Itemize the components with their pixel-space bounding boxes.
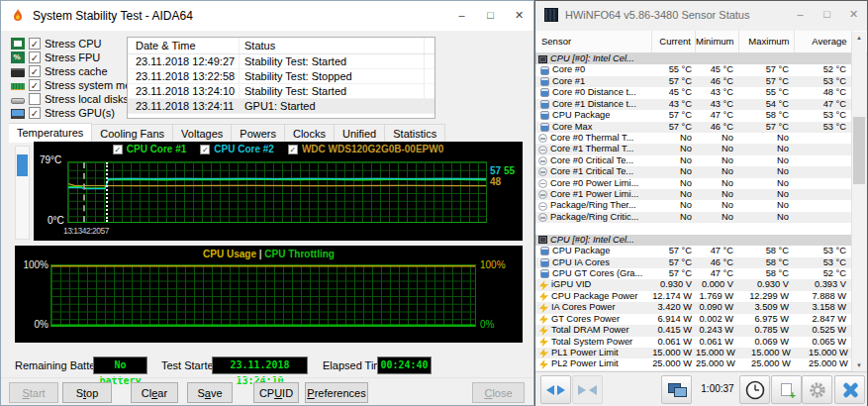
arrows-in-icon: [578, 385, 597, 395]
sensor-row[interactable]: GT Cores Power 6.914 W 0.002 W 6.975 W 2…: [535, 314, 851, 325]
sensor-row[interactable]: Package/Ring Critic... No No No: [535, 212, 851, 223]
column-maximum[interactable]: Maximum: [739, 31, 795, 52]
column-minimum[interactable]: Minimum: [696, 31, 739, 52]
legend-checkbox[interactable]: [113, 145, 123, 154]
sensor-row[interactable]: PL1 Power Limit 15.000 W 15.000 W 15.000…: [535, 348, 851, 358]
no-status-icon: [538, 202, 547, 211]
event-log-header: Date & Time Status: [128, 38, 434, 54]
sensor-row[interactable]: Core #0 Thermal T... No No No: [535, 133, 851, 144]
legend-checkbox[interactable]: [288, 145, 298, 154]
tab-clocks[interactable]: Clocks: [285, 124, 335, 143]
preferences-button[interactable]: Preferences: [305, 382, 368, 403]
sensor-row[interactable]: Core #0 Power Limi... No No No: [535, 178, 851, 189]
usage-left-max-label: 100%: [19, 259, 48, 270]
tab-unified[interactable]: Unified: [335, 124, 385, 143]
usage-left-min-label: 0%: [19, 319, 48, 330]
save-button[interactable]: Save: [187, 382, 233, 403]
legend-cpu-core-1[interactable]: CPU Core #1: [113, 144, 187, 154]
checkbox[interactable]: [29, 65, 41, 77]
sensor-row[interactable]: Total DRAM Power 0.415 W 0.243 W 0.785 W…: [535, 325, 851, 336]
sensor-row[interactable]: Core #1 57 °C 46 °C 57 °C 53 °C: [535, 76, 851, 87]
cpu-icon: [11, 38, 25, 50]
settings-button[interactable]: [802, 375, 832, 404]
column-average[interactable]: Average: [795, 31, 852, 52]
legend-checkbox[interactable]: [200, 145, 210, 154]
sensor-row[interactable]: iGPU VID 0.930 V 0.000 V 0.930 V 0.393 V: [535, 279, 851, 290]
tab-powers[interactable]: Powers: [232, 124, 285, 143]
stop-button[interactable]: Stop: [62, 382, 112, 403]
remote-monitoring-button[interactable]: [661, 375, 692, 404]
maximize-button[interactable]: □: [476, 1, 505, 30]
minimize-button[interactable]: –: [447, 1, 476, 30]
sensor-row[interactable]: IA Cores Power 3.420 W 0.090 W 3.509 W 3…: [535, 302, 851, 313]
sensor-row[interactable]: Core #0 Critical Te... No No No: [535, 155, 851, 166]
chart-zoom-slider[interactable]: [15, 146, 30, 240]
x-axis-time-label: 13:1342:2057: [63, 226, 109, 236]
legend-label: CPU Core #2: [214, 144, 274, 154]
tab-temperatures[interactable]: Temperatures: [9, 123, 92, 143]
sensor-row[interactable]: Core Max 57 °C 46 °C 57 °C 53 °C: [535, 122, 851, 133]
sensor-row[interactable]: Core #1 Critical Te... No No No: [535, 166, 851, 177]
log-row[interactable]: 23.11.2018 12:49:27 Stability Test: Star…: [128, 54, 434, 69]
start-button[interactable]: Start: [9, 382, 58, 403]
column-status[interactable]: Status: [239, 38, 424, 53]
scrollbar[interactable]: ▲ ▼: [851, 32, 866, 371]
legend-cpu-core-2[interactable]: CPU Core #2: [200, 144, 274, 154]
legend-label: WDC WDS120G2G0B-00EPW0: [302, 144, 443, 154]
blank-row[interactable]: [535, 223, 851, 234]
sensor-row[interactable]: PL2 Power Limit 25.000 W 25.000 W 25.000…: [535, 358, 851, 369]
sensor-row[interactable]: CPU Package 57 °C 47 °C 58 °C 53 °C: [535, 110, 851, 121]
maximize-button[interactable]: □: [814, 1, 840, 28]
log-row[interactable]: 23.11.2018 13:24:11 GPU1: Started: [128, 99, 434, 114]
expand-arrows-button[interactable]: [540, 375, 571, 404]
close-icon[interactable]: ✕: [505, 1, 533, 30]
sensor-row[interactable]: Core #1 Thermal T... No No No: [535, 144, 851, 154]
checkbox[interactable]: [29, 93, 41, 105]
column-sensor[interactable]: Sensor: [535, 31, 652, 52]
sensor-group-row[interactable]: CPU [#0]: Intel Cel...: [535, 53, 851, 64]
sensor-row[interactable]: Core #1 Power Limi... No No No: [535, 189, 851, 200]
current-temperature-values: 57 5548: [490, 165, 515, 187]
sensor-row[interactable]: Total System Power 0.061 W 0.061 W 0.069…: [535, 337, 851, 348]
sensor-row[interactable]: CPU GT Cores (Gra... 57 °C 47 °C 58 °C 5…: [535, 268, 851, 279]
report-button[interactable]: [771, 375, 802, 404]
sensor-row[interactable]: CPU IA Cores 57 °C 46 °C 58 °C 53 °C: [535, 257, 851, 268]
power-icon: [539, 292, 548, 302]
close-icon[interactable]: ✕: [840, 1, 867, 28]
sensor-row[interactable]: Core #1 Distance t... 43 °C 43 °C 54 °C …: [535, 99, 851, 110]
checkbox[interactable]: [29, 79, 41, 91]
collapse-arrows-button[interactable]: [572, 375, 603, 404]
column-date-time[interactable]: Date & Time: [128, 38, 239, 53]
cpu-chip-icon: [538, 236, 547, 244]
arrows-out-icon: [546, 385, 565, 395]
sensor-row[interactable]: CPU Package Power 12.174 W 1.769 W 12.29…: [535, 291, 851, 302]
checkbox[interactable]: [29, 51, 41, 63]
scroll-up-icon[interactable]: ▲: [852, 35, 866, 41]
slider-thumb[interactable]: [17, 154, 28, 176]
sensor-row[interactable]: Package/Ring Ther... No No No: [535, 200, 851, 211]
sensor-row[interactable]: Core #0 55 °C 45 °C 57 °C 52 °C: [535, 64, 851, 75]
tab-statistics[interactable]: Statistics: [385, 124, 445, 143]
sensor-row[interactable]: Core #0 Distance t... 45 °C 43 °C 55 °C …: [535, 87, 851, 98]
column-current[interactable]: Current: [652, 31, 696, 52]
cpuid-button[interactable]: CPUID: [253, 382, 299, 403]
log-row[interactable]: 23.11.2018 13:24:10 Stability Test: Star…: [128, 84, 434, 99]
thermometer-icon: [540, 88, 549, 97]
clear-button[interactable]: Clear: [131, 382, 178, 403]
minimize-button[interactable]: –: [787, 1, 814, 28]
legend-wdc-wds120g2g0b-00epw0[interactable]: WDC WDS120G2G0B-00EPW0: [288, 144, 443, 154]
clock-button[interactable]: [739, 375, 770, 404]
tab-voltages[interactable]: Voltages: [173, 124, 232, 143]
log-row[interactable]: 23.11.2018 13:22:58 Stability Test: Stop…: [128, 69, 434, 84]
scroll-down-icon[interactable]: ▼: [852, 362, 866, 368]
scrollbar-thumb[interactable]: [853, 117, 865, 184]
checkbox[interactable]: [29, 38, 41, 50]
tab-cooling-fans[interactable]: Cooling Fans: [92, 124, 173, 143]
close-sensors-button[interactable]: [834, 375, 865, 404]
close-button[interactable]: Close: [472, 382, 525, 403]
checkbox[interactable]: [29, 107, 41, 119]
sensor-row[interactable]: CPU Package 57 °C 47 °C 58 °C 53 °C: [535, 246, 851, 256]
no-status-icon: [538, 146, 547, 154]
chart-tabs: TemperaturesCooling FansVoltagesPowersCl…: [9, 123, 445, 143]
sensor-group-row[interactable]: CPU [#0]: Intel Cel...: [535, 235, 851, 246]
